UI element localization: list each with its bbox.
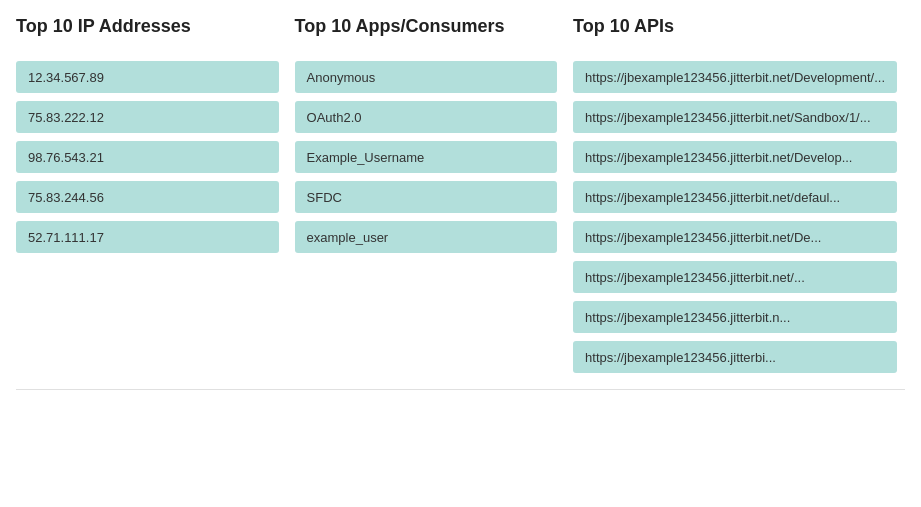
list-item[interactable]: 98.76.543.21	[16, 141, 279, 173]
list-item[interactable]: SFDC	[295, 181, 558, 213]
list-item[interactable]: Anonymous	[295, 61, 558, 93]
column-ip-addresses: Top 10 IP Addresses12.34.567.8975.83.222…	[16, 16, 287, 390]
item-list-ip-addresses: 12.34.567.8975.83.222.1298.76.543.2175.8…	[16, 61, 279, 253]
list-item[interactable]: https://jbexample123456.jitterbit.net/De…	[573, 61, 897, 93]
column-apis: Top 10 APIshttps://jbexample123456.jitte…	[565, 16, 905, 390]
list-item[interactable]: https://jbexample123456.jitterbit.net/De…	[573, 221, 897, 253]
list-item[interactable]: 12.34.567.89	[16, 61, 279, 93]
list-item[interactable]: https://jbexample123456.jitterbit.n...	[573, 301, 897, 333]
column-title-apps-consumers: Top 10 Apps/Consumers	[295, 16, 558, 45]
top10-dashboard: Top 10 IP Addresses12.34.567.8975.83.222…	[16, 16, 905, 390]
list-item[interactable]: 75.83.222.12	[16, 101, 279, 133]
item-list-apps-consumers: AnonymousOAuth2.0Example_UsernameSFDCexa…	[295, 61, 558, 253]
list-item[interactable]: https://jbexample123456.jitterbi...	[573, 341, 897, 373]
list-item[interactable]: https://jbexample123456.jitterbit.net/De…	[573, 141, 897, 173]
list-item[interactable]: example_user	[295, 221, 558, 253]
list-item[interactable]: https://jbexample123456.jitterbit.net/Sa…	[573, 101, 897, 133]
list-item[interactable]: https://jbexample123456.jitterbit.net/de…	[573, 181, 897, 213]
list-item[interactable]: OAuth2.0	[295, 101, 558, 133]
item-list-apis: https://jbexample123456.jitterbit.net/De…	[573, 61, 897, 373]
column-title-ip-addresses: Top 10 IP Addresses	[16, 16, 279, 45]
list-item[interactable]: 75.83.244.56	[16, 181, 279, 213]
list-item[interactable]: Example_Username	[295, 141, 558, 173]
column-title-apis: Top 10 APIs	[573, 16, 897, 45]
column-apps-consumers: Top 10 Apps/ConsumersAnonymousOAuth2.0Ex…	[287, 16, 566, 390]
list-item[interactable]: 52.71.111.17	[16, 221, 279, 253]
list-item[interactable]: https://jbexample123456.jitterbit.net/..…	[573, 261, 897, 293]
